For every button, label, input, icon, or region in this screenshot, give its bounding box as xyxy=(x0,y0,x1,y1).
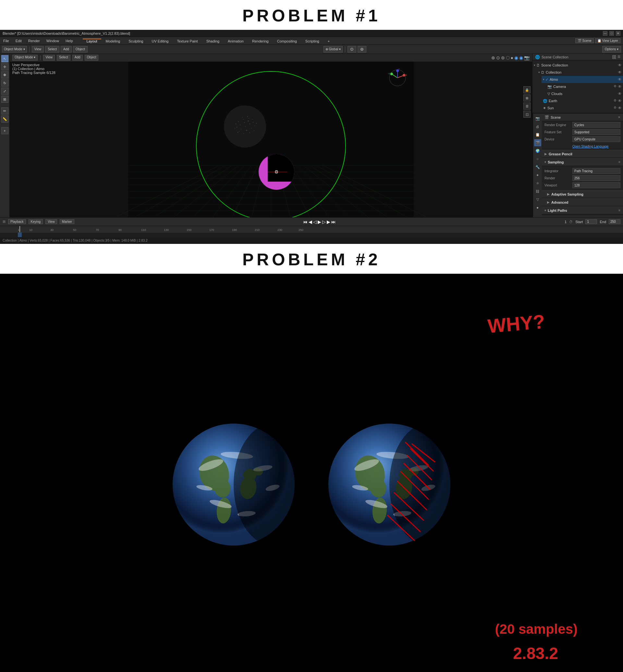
vp-shading-solid[interactable]: ● xyxy=(511,55,513,60)
tool-add[interactable]: + xyxy=(1,127,8,134)
sampling-options-icon[interactable]: ≡ xyxy=(619,160,620,164)
menu-window[interactable]: Window xyxy=(43,37,62,44)
tool-select[interactable]: ↖ xyxy=(1,55,8,62)
light-paths-header[interactable]: ▾ Light Paths ≡ xyxy=(542,207,623,214)
sc-eye-atmo[interactable]: 👁 xyxy=(618,77,622,82)
props-world-icon[interactable]: 🌍 xyxy=(534,147,541,154)
tl-marker-btn[interactable]: Marker xyxy=(60,219,74,224)
tab-shading[interactable]: Shading xyxy=(203,39,223,43)
sampling-header[interactable]: ▾ Sampling ≡ xyxy=(542,158,623,166)
lp-options-icon[interactable]: ≡ xyxy=(619,209,620,212)
grease-pencil-header[interactable]: ▶ Grease Pencil xyxy=(542,150,623,158)
toolbar-view[interactable]: View xyxy=(32,46,44,53)
props-material-icon[interactable]: ● xyxy=(534,204,541,211)
tool-annotate[interactable]: ✏ xyxy=(1,108,8,115)
timeline-ruler[interactable]: 1 10 30 50 70 90 110 130 150 170 190 210… xyxy=(0,226,623,237)
tool-cursor[interactable]: ✛ xyxy=(1,63,8,70)
menu-help[interactable]: Help xyxy=(62,37,76,44)
sc-eye-earth[interactable]: 👁 xyxy=(618,99,622,103)
tl-end-field[interactable]: 250 xyxy=(609,219,620,224)
maximize-button[interactable]: □ xyxy=(610,31,614,36)
menu-render[interactable]: Render xyxy=(25,37,43,44)
vp-camera-icon[interactable]: 📷 xyxy=(524,55,530,60)
tab-add[interactable]: + xyxy=(324,39,333,43)
proportional-button[interactable]: ⊚ xyxy=(358,46,366,53)
tl-jump-end[interactable]: ⏭ xyxy=(331,219,336,224)
tool-scale[interactable]: ⤢ xyxy=(1,88,8,95)
sc-settings-earth[interactable]: ⚙ xyxy=(614,99,617,103)
props-scene-icon[interactable]: 🎬 xyxy=(534,139,541,146)
vp-snap-icon[interactable]: ⊙ xyxy=(496,55,500,60)
vp-object[interactable]: Object xyxy=(85,55,99,61)
tl-prev-keyframe[interactable]: ◁ xyxy=(313,219,317,224)
vp-add[interactable]: Add xyxy=(72,55,83,61)
tab-uv-editing[interactable]: UV Editing xyxy=(148,39,172,43)
tab-animation[interactable]: Animation xyxy=(224,39,247,43)
view-layer-selector[interactable]: 📋 View Layer xyxy=(595,38,620,43)
vp-xray-icon[interactable]: ◫ xyxy=(524,111,531,118)
vp-lock-icon[interactable]: 🔒 xyxy=(524,86,531,93)
close-button[interactable]: ✕ xyxy=(616,31,620,36)
tab-sculpting[interactable]: Sculpting xyxy=(125,39,147,43)
props-render-icon[interactable]: 📷 xyxy=(534,115,541,122)
tab-compositing[interactable]: Compositing xyxy=(273,39,301,43)
sc-eye-camera[interactable]: 👁 xyxy=(618,84,622,89)
tool-measure[interactable]: 📏 xyxy=(1,116,8,123)
menu-edit[interactable]: Edit xyxy=(12,37,25,44)
props-output-icon[interactable]: 🖨 xyxy=(534,123,541,130)
adaptive-sampling-header[interactable]: ▶ Adaptive Sampling xyxy=(542,190,623,198)
vp-shading-render[interactable]: ◉ xyxy=(519,55,523,60)
sc-item-earth[interactable]: 🌐 Earth ⚙ 👁 xyxy=(541,97,623,104)
object-mode-dropdown[interactable]: Object Mode ▾ xyxy=(2,46,27,53)
toolbar-add[interactable]: Add xyxy=(61,46,72,53)
tl-prev-frame[interactable]: ◀ xyxy=(308,219,312,224)
sc-settings-icon[interactable]: ≡ xyxy=(618,54,620,60)
toolbar-object[interactable]: Object xyxy=(73,46,88,53)
tool-rotate[interactable]: ↻ xyxy=(1,80,8,87)
tool-transform[interactable]: ⊞ xyxy=(1,96,8,103)
minimize-button[interactable]: — xyxy=(603,31,607,36)
vp-select[interactable]: Select xyxy=(57,55,70,61)
sc-eye-icon[interactable]: 👁 xyxy=(618,63,622,67)
viewport-value[interactable]: 128 xyxy=(572,182,620,188)
vp-proportional-icon[interactable]: ⊚ xyxy=(501,55,505,60)
tl-playback-btn[interactable]: Playback xyxy=(8,219,26,224)
props-particle-icon[interactable]: ✦ xyxy=(534,172,541,179)
scene-selector[interactable]: 🎬 Scene xyxy=(575,38,594,43)
viewport[interactable]: Object Mode ▾ View Select Add Object ⊕ ⊙… xyxy=(10,54,532,217)
feature-set-value[interactable]: Supported xyxy=(572,129,620,135)
sc-eye-clouds[interactable]: 👁 xyxy=(618,91,622,96)
tl-view-btn[interactable]: View xyxy=(46,219,57,224)
render-value[interactable]: 256 xyxy=(572,175,620,181)
vp-grid-icon[interactable]: ⊞ xyxy=(524,94,531,101)
sc-item-clouds[interactable]: ▽ Clouds 👁 xyxy=(546,90,623,97)
menu-file[interactable]: File xyxy=(0,37,12,44)
render-engine-value[interactable]: Cycles xyxy=(572,122,620,128)
sc-item-scene-collection[interactable]: ▾ 🗋 Scene Collection 👁 xyxy=(532,62,623,69)
tl-jump-start[interactable]: ⏮ xyxy=(303,219,307,224)
sc-item-atmo[interactable]: ▾ ✓ Atmo 👁 xyxy=(541,76,623,83)
sc-settings-sun[interactable]: ⚙ xyxy=(614,106,617,110)
tab-layout[interactable]: Layout xyxy=(83,39,101,43)
props-view-layer-icon[interactable]: 📋 xyxy=(534,131,541,138)
sc-item-sun[interactable]: ☀ Sun ⚙ 👁 xyxy=(541,104,623,112)
global-dropdown[interactable]: ⊕ Global ▾ xyxy=(324,46,343,53)
snap-button[interactable]: ⊙ xyxy=(348,46,356,53)
tab-texture-paint[interactable]: Texture Paint xyxy=(173,39,202,43)
vp-object-mode[interactable]: Object Mode ▾ xyxy=(12,55,38,61)
props-physics-icon[interactable]: ⚛ xyxy=(534,180,541,187)
sc-settings-camera[interactable]: ⚙ xyxy=(614,84,617,89)
tab-rendering[interactable]: Rendering xyxy=(248,39,272,43)
sc-item-camera[interactable]: 📷 Camera ⚙ 👁 xyxy=(546,83,623,90)
options-button[interactable]: Options ▾ xyxy=(602,46,621,53)
vp-view[interactable]: View xyxy=(43,55,55,61)
props-object-icon[interactable]: ○ xyxy=(534,155,541,162)
advanced-header[interactable]: ▶ Advanced xyxy=(542,198,623,206)
props-constraint-icon[interactable]: ⛓ xyxy=(534,188,541,195)
tab-modeling[interactable]: Modeling xyxy=(102,39,124,43)
tl-next-frame[interactable]: ▶ xyxy=(327,219,330,224)
tab-scripting[interactable]: Scripting xyxy=(301,39,323,43)
tl-next-keyframe[interactable]: ▷ xyxy=(322,219,326,224)
props-modifier-icon[interactable]: 🔧 xyxy=(534,163,541,171)
integrator-value[interactable]: Path Tracing xyxy=(572,168,620,174)
